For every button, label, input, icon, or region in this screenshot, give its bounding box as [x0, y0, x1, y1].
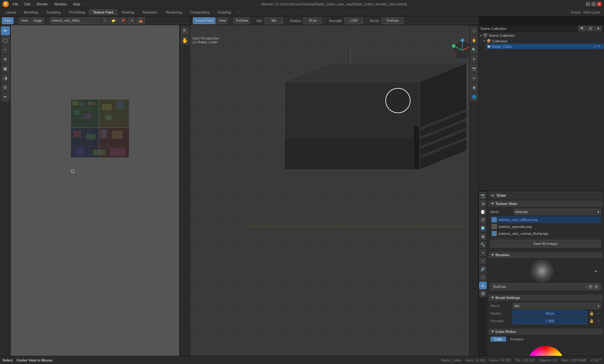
window-maximize-button[interactable]: □ [591, 2, 596, 6]
view-layer-props-tab[interactable]: 📑 [479, 208, 487, 216]
tab-compositing[interactable]: Compositing [186, 9, 213, 15]
material-props-tab[interactable]: ◎ [479, 282, 487, 289]
grab-image-button[interactable]: ✋ [181, 36, 189, 45]
radius-value-button[interactable]: 50 px [303, 17, 322, 24]
tab-modeling[interactable]: Modeling [20, 9, 42, 15]
smear-tool-button[interactable]: ≈ [1, 45, 10, 54]
color-tab-button[interactable]: Color [490, 337, 506, 342]
soften-tool-button[interactable]: ◯ [1, 36, 10, 45]
save-all-images-button[interactable]: Save All Images [490, 240, 601, 247]
mode-select[interactable]: Material ▾ [514, 209, 601, 215]
data-props-tab[interactable]: ⬡ [479, 273, 487, 281]
object-props-tab[interactable]: ▣ [479, 233, 487, 240]
strength-lock-icon[interactable]: 🔒 [589, 318, 594, 323]
brush-settings-header[interactable]: Brush Settings [489, 295, 603, 301]
pin-button[interactable]: 📌 [119, 17, 127, 24]
scene-selector[interactable]: Scene [571, 10, 581, 14]
window-close-button[interactable]: ✕ [597, 2, 601, 6]
vp-tool-2[interactable]: ✋ [470, 36, 478, 45]
world-props-tab[interactable]: 🌍 [479, 224, 487, 232]
tab-layout[interactable]: Layout [1, 9, 20, 15]
color-wheel[interactable] [527, 346, 565, 356]
vp-tool-7[interactable]: ▣ [470, 83, 478, 92]
modifier-props-tab[interactable]: 🔧 [479, 241, 487, 248]
vp-tool-1[interactable]: ⬡ [470, 26, 478, 35]
tab-sculpting[interactable]: Sculpting [42, 9, 64, 15]
tab-texture-paint[interactable]: Texture Paint [89, 9, 117, 15]
filter-icon-3[interactable]: ▼ [595, 26, 602, 31]
tab-shading[interactable]: Shading [117, 9, 138, 15]
paint-mode-button[interactable]: Paint [2, 17, 14, 24]
3d-viewport[interactable]: User Perspective (1) Radar_Cabin [190, 25, 478, 356]
radius-lock-icon[interactable]: 🔒 [589, 311, 594, 316]
filter-button[interactable]: 🔍 [578, 26, 586, 31]
image-filename-button[interactable]: exterior_var1_diffus... [50, 17, 100, 24]
zoom-to-fit-button[interactable]: ⇱ [181, 26, 189, 35]
blender-logo-icon[interactable]: B [3, 1, 9, 7]
strength-field[interactable]: 1.000 [513, 318, 587, 324]
radius-field[interactable]: 50 px [513, 310, 587, 317]
texture-slot-0[interactable]: exterior_var1_diffuse.png [490, 216, 601, 223]
viewport-view-button[interactable]: View [217, 17, 228, 24]
brushes-header[interactable]: Brushes [489, 252, 603, 258]
tab-scripting[interactable]: Scripting [213, 9, 235, 15]
output-props-tab[interactable]: 🖥 [479, 200, 487, 207]
radius-adjust-icon[interactable]: ↔ [596, 311, 601, 316]
menu-window[interactable]: Window [52, 2, 69, 7]
texture-slot-1[interactable]: exterior_specular.png [490, 223, 601, 230]
physics-props-tab[interactable]: ⚛ [479, 257, 487, 265]
texture-slot-2[interactable]: exterior_var1_normal_Bump.tga [490, 230, 601, 237]
blend-mode-button[interactable]: Mix [265, 17, 283, 24]
outliner-item-scene-collection[interactable]: ▾ 🎬 Scene Collection [478, 33, 604, 38]
view-layer-selector[interactable]: View Layer [583, 10, 600, 14]
strength-adjust-icon[interactable]: ↔ [596, 318, 601, 323]
vp-tool-8[interactable]: 🌐 [470, 92, 478, 101]
mask-tool-button[interactable]: ⚙ [1, 83, 10, 92]
brush-delete-button[interactable]: ✕ [594, 284, 599, 289]
color-picker-header[interactable]: Color Picker [489, 328, 603, 335]
annotate-tool-button[interactable]: ✒ [1, 92, 10, 101]
outliner-item-collection[interactable]: ▾ 📦 Collection [482, 38, 604, 44]
brush-name-button[interactable]: TexDraw [233, 17, 250, 24]
scene-props-tab[interactable]: 🎬 [479, 216, 487, 224]
new-image-button[interactable]: + [101, 17, 108, 24]
tab-add-button[interactable]: + [235, 9, 242, 15]
fill-tool-button[interactable]: ▣ [1, 64, 10, 73]
menu-help[interactable]: Help [70, 2, 83, 7]
blend-mode-field[interactable]: Mix ▾ [513, 303, 601, 309]
export-button[interactable]: 📤 [137, 17, 145, 24]
image-menu-button[interactable]: Image [31, 17, 44, 24]
texture-paint-mode-button[interactable]: Texture Paint [193, 17, 215, 24]
tab-uv-editing[interactable]: UV Editing [64, 9, 89, 15]
erase-tool-button[interactable]: ◑ [1, 74, 10, 82]
outliner-item-radar-cabin[interactable]: ▣ Radar_Cabin ◈ 👁 ↓ [486, 44, 604, 49]
clone-tool-button[interactable]: ⊕ [1, 55, 10, 63]
tab-rendering[interactable]: Rendering [162, 9, 186, 15]
menu-file[interactable]: File [10, 2, 21, 7]
menu-edit[interactable]: Edit [22, 2, 33, 7]
strength-value-button[interactable]: 1.000 [344, 17, 363, 24]
render-props-tab[interactable]: 📷 [479, 192, 487, 199]
filter-icon-2[interactable]: ⊞ [587, 26, 594, 31]
gradient-tab-button[interactable]: Gradient [506, 337, 527, 342]
image-canvas-area[interactable] [11, 25, 179, 356]
vp-tool-5[interactable]: 📷 [470, 64, 478, 73]
brush-type-button[interactable]: TexDraw [382, 17, 404, 24]
texture-slots-header[interactable]: Texture Slots [489, 201, 603, 207]
vp-tool-3[interactable]: 🔍 [470, 45, 478, 54]
draw-tool-button[interactable]: ✏ [1, 26, 10, 35]
tab-animation[interactable]: Animation [138, 9, 162, 15]
brush-edit-button[interactable]: ✎ [589, 284, 593, 289]
menu-render[interactable]: Render [34, 2, 51, 7]
window-minimize-button[interactable]: — [586, 2, 590, 6]
open-image-button[interactable]: 📂 [109, 17, 118, 24]
particles-props-tab[interactable]: ✦ [479, 249, 487, 256]
vp-tool-6[interactable]: ◎ [470, 74, 478, 82]
view-menu-button[interactable]: View [19, 17, 30, 24]
brush-name-field[interactable]: TexDraw 2 ✎ ✕ [490, 283, 601, 290]
texture-props-tab[interactable]: 🖼 [479, 290, 487, 297]
brushes-expand-icon[interactable]: ▸ [595, 269, 601, 273]
vp-tool-4[interactable]: ⚙ [470, 55, 478, 63]
reload-image-button[interactable]: ↺ [128, 17, 135, 24]
constraints-props-tab[interactable]: 🔗 [479, 265, 487, 273]
